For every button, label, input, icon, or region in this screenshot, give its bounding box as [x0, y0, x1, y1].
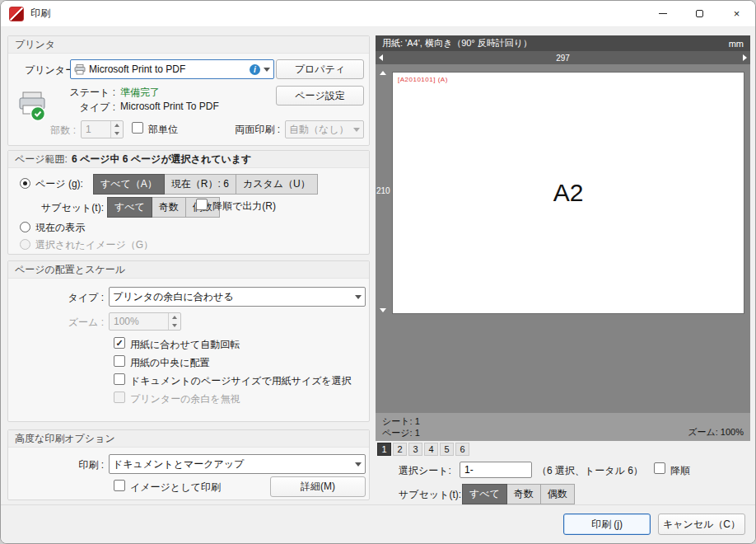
preview-reverse-checkbox[interactable]	[654, 462, 665, 474]
segment-custom-pages[interactable]: カスタム（U）	[236, 174, 318, 195]
state-label: ステート :	[63, 86, 115, 100]
page-range-segmented: すべて（A） 現在（R）: 6 カスタム（U）	[93, 174, 318, 195]
sheet-tab-3[interactable]: 3	[408, 443, 422, 456]
zoom-status: ズーム: 100%	[688, 426, 744, 438]
print-what-label: 印刷 :	[56, 458, 104, 472]
pages-radio-label: ページ (g):	[35, 177, 83, 191]
selected-sheets-input[interactable]	[460, 462, 532, 478]
duplex-select[interactable]: 自動（なし）	[285, 120, 364, 138]
auto-rotate-checkbox[interactable]: ✓	[114, 337, 125, 349]
ruler-up-arrow-icon	[380, 71, 386, 75]
collate-label: 部単位	[148, 123, 178, 137]
chevron-down-icon	[353, 128, 360, 132]
properties-button[interactable]: プロパティ	[276, 59, 364, 79]
app-icon	[9, 7, 24, 21]
zoom-decrement-button[interactable]	[169, 321, 180, 330]
center-on-paper-checkbox[interactable]	[114, 355, 125, 367]
subset-label: サブセット(t):	[33, 201, 104, 215]
maximize-button[interactable]	[681, 1, 718, 26]
details-button[interactable]: 詳細(M)	[270, 476, 366, 497]
segment-all-pages[interactable]: すべて（A）	[93, 174, 165, 195]
ruler-width-value: 297	[556, 54, 570, 63]
copies-decrement-button[interactable]	[111, 129, 123, 138]
choose-paper-by-page-size-label: ドキュメントのページサイズで用紙サイズを選択	[130, 374, 352, 388]
spin-up-icon	[114, 124, 119, 127]
placement-type-select[interactable]: プリンタの余白に合わせる	[109, 287, 366, 307]
print-as-image-checkbox[interactable]	[114, 480, 125, 491]
horizontal-ruler: 297	[376, 51, 750, 64]
minimize-icon	[659, 13, 667, 14]
current-view-label: 現在の表示	[35, 221, 85, 235]
advanced-group-title: 高度な印刷オプション	[15, 432, 115, 446]
print-what-value: ドキュメントとマークアップ	[113, 457, 352, 471]
printer-group: プリンタ プリンター... Microsoft Print to PDF i プ…	[7, 35, 370, 146]
placement-type-label: タイプ :	[56, 291, 104, 305]
window-controls: ×	[644, 1, 755, 26]
sheet-tab-5[interactable]: 5	[440, 443, 454, 456]
sheet-tab-2[interactable]: 2	[393, 443, 407, 456]
preview-subset-all[interactable]: すべて	[462, 484, 507, 504]
window-title: 印刷	[30, 7, 50, 21]
print-button[interactable]: 印刷 (j)	[563, 514, 651, 535]
preview-subset-label: サブセット(t):	[399, 488, 461, 502]
page-setup-button[interactable]: ページ設定	[276, 86, 364, 106]
zoom-value: 100%	[110, 313, 168, 330]
ruler-height-value: 210	[376, 186, 390, 195]
subset-odd[interactable]: 奇数	[152, 197, 186, 218]
preview-canvas[interactable]: 210 [A2010101] (A) A2	[376, 64, 750, 413]
sheet-subset-row: サブセット(t): すべて 奇数 偶数	[376, 482, 750, 505]
advanced-group: 高度な印刷オプション 印刷 : ドキュメントとマークアップ イメージとして印刷 …	[7, 429, 370, 500]
preview-subset-even[interactable]: 偶数	[541, 484, 575, 504]
reverse-output-checkbox[interactable]	[196, 199, 208, 210]
titlebar: 印刷 ×	[1, 1, 755, 27]
cancel-button[interactable]: キャンセル（C）	[658, 514, 745, 535]
close-icon: ×	[734, 7, 740, 20]
current-view-radio[interactable]	[20, 222, 30, 232]
print-what-select[interactable]: ドキュメントとマークアップ	[109, 454, 366, 474]
printer-group-title: プリンタ	[15, 38, 55, 52]
preview-page: [A2010101] (A) A2	[392, 72, 744, 314]
printer-info-icon[interactable]: i	[250, 64, 260, 75]
pages-radio[interactable]	[20, 178, 30, 189]
page-range-group-header: ページ範囲: 6 ページ中 6 ページが選択されています	[8, 151, 369, 168]
page-range-group: ページ範囲: 6 ページ中 6 ページが選択されています ページ (g): すべ…	[7, 150, 370, 255]
printer-select[interactable]: Microsoft Print to PDF i	[70, 59, 274, 79]
subset-all[interactable]: すべて	[107, 197, 152, 218]
choose-paper-by-page-size-checkbox[interactable]	[114, 373, 125, 385]
reverse-output-label: 降順で出力(R)	[212, 199, 276, 213]
sheet-tab-6[interactable]: 6	[455, 443, 469, 456]
sheet-tab-4[interactable]: 4	[424, 443, 438, 456]
chevron-down-icon	[355, 462, 362, 467]
center-on-paper-label: 用紙の中央に配置	[130, 356, 210, 370]
zoom-stepper[interactable]: 100%	[109, 312, 181, 331]
selected-images-radio[interactable]	[20, 239, 30, 250]
ruler-right-arrow-icon	[743, 54, 747, 61]
copies-value: 1	[82, 121, 110, 138]
advanced-group-header: 高度な印刷オプション	[8, 430, 369, 448]
preview-subset-odd[interactable]: 奇数	[507, 484, 541, 504]
units-label: mm	[729, 39, 744, 49]
preview-subset-segmented: すべて 奇数 偶数	[462, 484, 575, 504]
dialog-footer: 印刷 (j) キャンセル（C）	[1, 504, 755, 543]
selected-images-label: 選択されたイメージ（G）	[35, 238, 153, 252]
printer-status-icon	[16, 91, 49, 122]
chevron-down-icon	[264, 68, 270, 72]
copies-stepper[interactable]: 1	[81, 120, 124, 138]
page-range-status: 6 ページ中 6 ページが選択されています	[72, 152, 251, 166]
collate-checkbox[interactable]	[132, 122, 143, 134]
zoom-increment-button[interactable]	[169, 313, 180, 321]
sheet-tabs: 1 2 3 4 5 6	[376, 441, 750, 457]
auto-rotate-label: 用紙に合わせて自動回転	[130, 338, 240, 352]
copies-increment-button[interactable]	[111, 121, 123, 129]
selection-summary: （6 選択、トータル 6）	[537, 464, 643, 478]
sheet-tab-1[interactable]: 1	[377, 443, 391, 456]
ruler-down-arrow-icon	[380, 308, 386, 312]
segment-current-page[interactable]: 現在（R）: 6	[165, 174, 236, 195]
state-value: 準備完了	[120, 86, 160, 100]
close-button[interactable]: ×	[718, 1, 755, 26]
ignore-printer-margins-checkbox[interactable]	[114, 392, 125, 403]
copies-label: 部数 :	[33, 124, 76, 138]
check-icon: ✓	[115, 338, 123, 349]
ruler-left-arrow-icon	[379, 54, 383, 61]
minimize-button[interactable]	[644, 1, 681, 26]
